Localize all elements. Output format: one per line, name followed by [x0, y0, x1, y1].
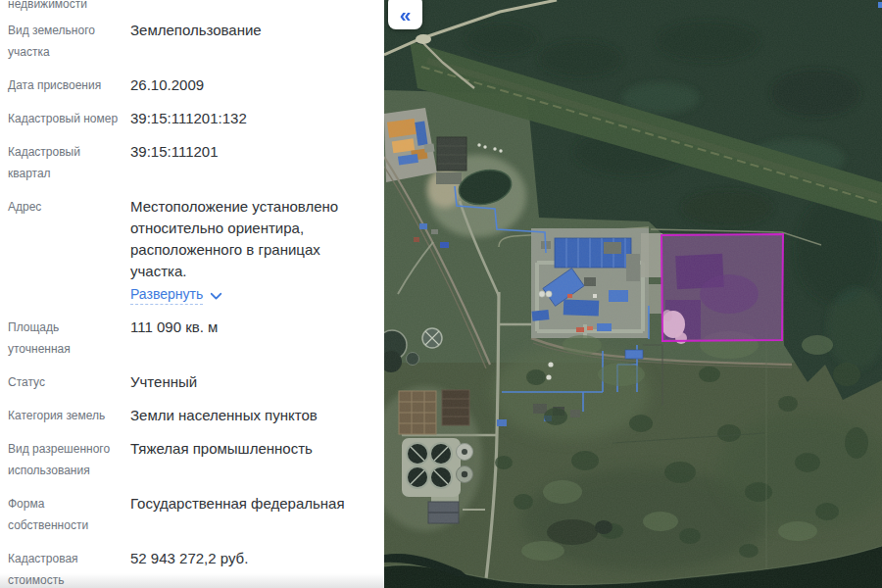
field-row-ownership: Форма собственности Государственная феде…: [8, 493, 374, 536]
field-value: 26.10.2009: [130, 74, 204, 96]
field-value: Земли населенных пунктов: [130, 405, 318, 426]
field-label: Категория земель: [8, 405, 130, 426]
field-label: Кадастровый номер: [8, 108, 130, 129]
field-label: Кадастровый квартал: [8, 141, 130, 184]
field-row-cadastral-number: Кадастровый номер 39:15:111201:132: [8, 108, 374, 129]
field-label: Адрес: [8, 196, 130, 305]
map-area[interactable]: «: [384, 0, 882, 588]
field-value: Государственная федеральная: [130, 493, 345, 536]
field-row-address: Адрес Местоположение установлено относит…: [8, 196, 374, 305]
field-row-permitted-use: Вид разрешенного использования Тяжелая п…: [8, 438, 374, 481]
field-row-date-assigned: Дата присвоения 26.10.2009: [8, 74, 374, 96]
field-value: 52 943 272,2 руб.: [130, 548, 248, 588]
field-label: Кадастровая стоимость: [8, 548, 130, 588]
expand-link[interactable]: Развернуть: [130, 285, 203, 305]
field-value: 111 090 кв. м: [130, 317, 218, 360]
field-value: Тяжелая промышленность: [130, 438, 313, 481]
expand-address-control[interactable]: Развернуть: [130, 285, 374, 305]
field-row-land-type: Вид земельного участка Землепользование: [8, 20, 374, 63]
field-row-area: Площадь уточненная 111 090 кв. м: [8, 317, 374, 360]
field-value: 39:15:111201: [130, 141, 219, 184]
field-label: Вид разрешенного использования: [8, 438, 130, 481]
collapse-panel-button[interactable]: «: [388, 0, 422, 29]
field-label: Статус: [8, 371, 130, 393]
field-row-status: Статус Учтенный: [8, 371, 374, 393]
field-label: Вид земельного участка: [8, 20, 130, 63]
satellite-map[interactable]: [384, 0, 882, 588]
field-row-land-category: Категория земель Земли населенных пункто…: [8, 405, 374, 426]
cadastral-app: недвижимости Вид земельного участка Земл…: [0, 0, 882, 588]
address-value: Местоположение установлено относительно …: [130, 196, 374, 282]
field-value: Учтенный: [130, 371, 197, 393]
field-value: 39:15:111201:132: [130, 108, 247, 129]
chevron-down-icon: [210, 292, 222, 301]
field-row-truncated: недвижимости: [8, 0, 374, 12]
field-row-cadastral-quarter: Кадастровый квартал 39:15:111201: [8, 141, 374, 184]
map-edge-control: [878, 2, 882, 8]
field-label: Дата присвоения: [8, 74, 130, 96]
field-label: Форма собственности: [8, 493, 130, 536]
field-label: Площадь уточненная: [8, 317, 130, 360]
field-value: Землепользование: [130, 20, 262, 63]
field-row-cadastral-value: Кадастровая стоимость 52 943 272,2 руб.: [8, 548, 374, 588]
double-chevron-left-icon: «: [400, 1, 412, 24]
truncated-field-label: недвижимости: [8, 0, 130, 12]
parcel-info-panel[interactable]: недвижимости Вид земельного участка Земл…: [0, 0, 384, 588]
